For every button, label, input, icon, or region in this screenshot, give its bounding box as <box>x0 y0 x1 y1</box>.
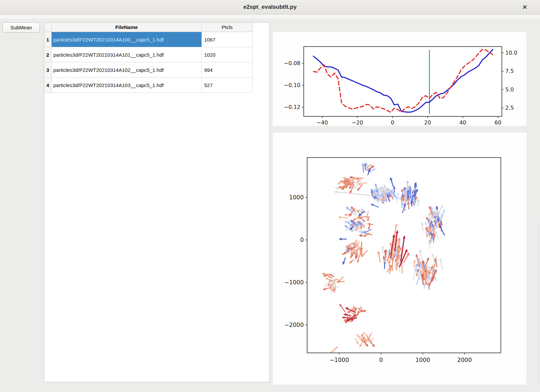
window-title: e2spt_evalsubtlt.py <box>243 4 297 10</box>
svg-text:1000: 1000 <box>415 357 430 363</box>
column-header-ptcls[interactable]: Ptcls <box>202 23 253 32</box>
svg-text:20: 20 <box>424 119 431 126</box>
filename-cell[interactable]: particles3d/P22WT20210314A101__capc5_1.h… <box>52 47 202 62</box>
svg-text:40: 40 <box>459 119 466 126</box>
ptcls-cell[interactable]: 994 <box>202 62 253 78</box>
svg-text:10.0: 10.0 <box>505 50 517 56</box>
row-number[interactable]: 2 <box>44 47 52 62</box>
submean-button[interactable]: SubMean <box>2 22 40 33</box>
svg-text:0: 0 <box>379 357 383 363</box>
svg-text:−1000: −1000 <box>329 357 349 363</box>
svg-text:−0.08: −0.08 <box>284 60 300 66</box>
svg-text:−0.10: −0.10 <box>284 82 300 88</box>
svg-text:−20: −20 <box>352 119 363 126</box>
svg-text:7.5: 7.5 <box>505 68 514 74</box>
row-number[interactable]: 1 <box>44 32 52 47</box>
quiver-plot-panel: −100001000200010000−1000−2000 <box>273 133 526 385</box>
table-corner-header <box>44 23 52 32</box>
svg-text:−0.12: −0.12 <box>284 104 300 110</box>
filename-cell[interactable]: particles3d/P22WT20210314A103__capc5_1.h… <box>52 78 202 93</box>
ptcls-cell[interactable]: 527 <box>202 78 253 93</box>
ptcls-cell[interactable]: 1020 <box>202 47 253 62</box>
titlebar-lower-band <box>0 15 540 19</box>
column-header-filename[interactable]: FileName <box>52 23 202 32</box>
svg-text:2000: 2000 <box>457 357 472 363</box>
svg-text:−40: −40 <box>317 119 328 126</box>
row-number[interactable]: 4 <box>44 78 52 93</box>
score-vs-tilt-chart[interactable]: −40−200204060−0.08−0.10−0.1210.07.55.02.… <box>273 32 526 126</box>
svg-text:−1000: −1000 <box>284 279 304 286</box>
file-table: FileName Ptcls 1particles3d/P22WT2021031… <box>44 22 270 382</box>
score-plot-panel: −40−200204060−0.08−0.10−0.1210.07.55.02.… <box>273 32 526 126</box>
svg-text:−2000: −2000 <box>284 321 304 328</box>
svg-text:0: 0 <box>391 119 394 126</box>
titlebar: e2spt_evalsubtlt.py ✕ <box>0 0 540 15</box>
svg-text:0: 0 <box>300 236 304 243</box>
svg-text:1000: 1000 <box>289 194 304 201</box>
row-number[interactable]: 3 <box>44 62 52 78</box>
particle-motion-quiver[interactable]: −100001000200010000−1000−2000 <box>273 133 526 385</box>
right-scroll-edge <box>538 223 539 385</box>
svg-text:5.0: 5.0 <box>505 86 514 93</box>
filename-cell[interactable]: particles3d/P22WT20210314A102__capc5_1.h… <box>52 62 202 78</box>
svg-text:60: 60 <box>494 119 501 126</box>
close-icon[interactable]: ✕ <box>522 4 527 10</box>
ptcls-cell[interactable]: 1067 <box>202 32 253 47</box>
svg-text:2.5: 2.5 <box>505 105 514 111</box>
filename-cell[interactable]: particles3d/P22WT20210314A100__capc5_1.h… <box>52 32 202 47</box>
